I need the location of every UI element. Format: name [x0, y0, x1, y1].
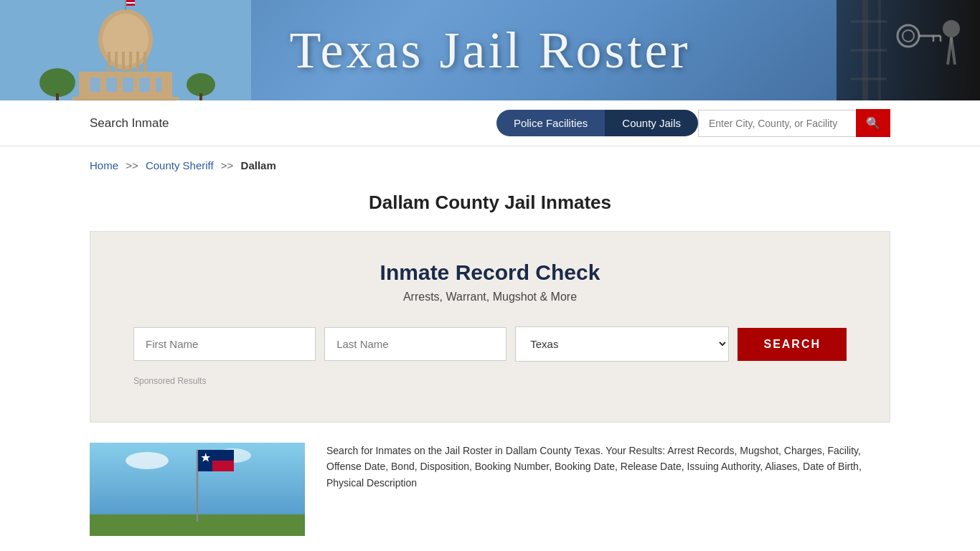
svg-point-25	[943, 20, 960, 37]
banner-keys-image	[837, 0, 980, 100]
svg-rect-21	[56, 93, 59, 100]
search-icon: 🔍	[866, 116, 880, 130]
last-name-input[interactable]	[324, 327, 507, 361]
sponsored-label: Sponsored Results	[133, 376, 847, 386]
header-banner: Texas Jail Roster	[0, 0, 980, 100]
svg-rect-11	[106, 77, 117, 92]
record-search-button[interactable]: SEARCH	[738, 328, 847, 361]
capitol-image	[0, 0, 251, 100]
svg-rect-13	[139, 77, 150, 92]
svg-rect-7	[136, 52, 139, 73]
record-check-container: Inmate Record Check Arrests, Warrant, Mu…	[90, 231, 890, 423]
nav-bar: Search Inmate Police Facilities County J…	[0, 100, 980, 146]
facility-search-input[interactable]	[698, 110, 856, 137]
svg-rect-23	[199, 93, 202, 100]
svg-rect-19	[72, 97, 179, 100]
svg-point-20	[39, 68, 75, 97]
county-jails-button[interactable]: County Jails	[605, 110, 698, 136]
svg-rect-4	[115, 52, 118, 73]
breadcrumb-current: Dallam	[241, 159, 276, 171]
page-title: Dallam County Jail Inmates	[0, 192, 980, 214]
svg-rect-14	[156, 77, 161, 92]
svg-rect-12	[123, 77, 133, 92]
facility-search-button[interactable]: 🔍	[856, 109, 890, 137]
record-check-subtitle: Arrests, Warrant, Mugshot & More	[133, 291, 847, 303]
breadcrumb-county-sheriff[interactable]: County Sheriff	[146, 159, 214, 171]
svg-point-22	[187, 73, 215, 96]
breadcrumb-sep1: >>	[126, 159, 138, 171]
bottom-thumbnail	[90, 443, 305, 536]
svg-rect-5	[122, 52, 125, 73]
state-select[interactable]: AlabamaAlaskaArizonaArkansasCaliforniaCo…	[515, 326, 729, 362]
nav-right: Police Facilities County Jails 🔍	[496, 109, 890, 137]
police-facilities-button[interactable]: Police Facilities	[496, 110, 605, 136]
bottom-description: Search for Inmates on the Jail Roster in…	[326, 443, 890, 491]
svg-point-39	[126, 452, 169, 469]
svg-rect-45	[198, 450, 212, 471]
first-name-input[interactable]	[133, 327, 316, 361]
svg-rect-8	[143, 52, 146, 73]
banner-title: Texas Jail Roster	[290, 21, 691, 80]
record-check-title: Inmate Record Check	[133, 260, 847, 285]
breadcrumb-sep2: >>	[221, 159, 234, 171]
svg-rect-3	[108, 52, 110, 73]
svg-rect-6	[129, 52, 132, 73]
breadcrumb: Home >> County Sheriff >> Dallam	[0, 146, 980, 179]
search-inmate-label: Search Inmate	[90, 116, 169, 131]
record-check-form: AlabamaAlaskaArizonaArkansasCaliforniaCo…	[133, 326, 847, 362]
svg-rect-10	[90, 77, 100, 92]
breadcrumb-home[interactable]: Home	[90, 159, 118, 171]
svg-rect-17	[126, 2, 135, 4]
bottom-section: Search for Inmates on the Jail Roster in…	[90, 443, 890, 536]
